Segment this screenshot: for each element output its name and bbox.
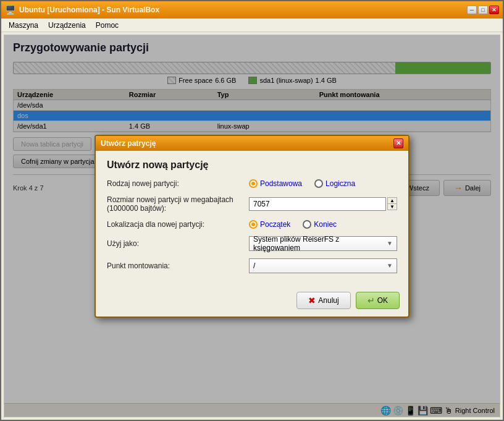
radio-poczatek-label: Początek [260, 220, 290, 229]
radio-logiczna[interactable]: Logiczna [314, 179, 355, 188]
size-up-arrow[interactable]: ▲ [388, 198, 397, 204]
partition-type-label: Rodzaj nowej partycji: [107, 179, 249, 188]
use-as-select[interactable]: System plików ReiserFS z księgowaniem ▼ [249, 236, 397, 251]
partition-type-radio-group: Podstawowa Logiczna [249, 179, 397, 188]
use-as-row: Użyj jako: System plików ReiserFS z księ… [107, 236, 397, 251]
location-label: Lokalizacja dla nowej partycji: [107, 220, 249, 229]
radio-podstawowa-label: Podstawowa [260, 179, 302, 188]
dialog-footer: ✖ Anuluj ↵ OK [96, 287, 408, 317]
menu-urzadzenia[interactable]: Urządzenia [43, 20, 91, 31]
size-control: 7057 ▲ ▼ [249, 197, 397, 211]
use-as-label: Użyj jako: [107, 239, 249, 248]
maximize-button[interactable]: □ [478, 6, 488, 14]
menubar: Maszyna Urządzenia Pomoc [1, 19, 503, 32]
radio-poczatek[interactable]: Początek [249, 220, 290, 229]
radio-koniec-circle [303, 220, 311, 229]
size-label: Rozmiar nowej partycji w megabajtach (10… [107, 195, 249, 213]
window: 🖥️ Ubuntu [Uruchomiona] - Sun VirtualBox… [0, 0, 504, 421]
dialog-close-button[interactable]: ✕ [393, 138, 403, 148]
radio-logiczna-circle [314, 179, 323, 188]
mount-point-arrow: ▼ [387, 262, 393, 269]
ok-button[interactable]: ↵ OK [356, 292, 400, 309]
window-icon: 🖥️ [5, 5, 15, 15]
mount-point-select[interactable]: / ▼ [249, 258, 397, 273]
ok-label: OK [377, 296, 388, 305]
dialog-titlebar: Utwórz patrycję ✕ [96, 136, 408, 151]
window-title: Ubuntu [Uruchomiona] - Sun VirtualBox [19, 6, 463, 14]
menu-maszyna[interactable]: Maszyna [4, 20, 43, 31]
partition-type-row: Rodzaj nowej partycji: Podstawowa Logicz… [107, 179, 397, 188]
radio-koniec-label: Koniec [314, 220, 337, 229]
use-as-control[interactable]: System plików ReiserFS z księgowaniem ▼ [249, 236, 397, 251]
partition-type-control: Podstawowa Logiczna [249, 179, 397, 188]
cancel-button[interactable]: ✖ Anuluj [296, 292, 350, 309]
radio-podstawowa-circle [249, 179, 258, 188]
mount-point-row: Punkt montowania: / ▼ [107, 258, 397, 273]
window-controls: ─ □ ✕ [467, 6, 499, 14]
dialog-body: Utwórz nową partycję Rodzaj nowej partyc… [96, 151, 408, 287]
mount-point-value: / [253, 262, 255, 270]
cancel-label: Anuluj [318, 296, 338, 305]
mount-point-control[interactable]: / ▼ [249, 258, 397, 273]
radio-podstawowa[interactable]: Podstawowa [249, 179, 302, 188]
menu-pomoc[interactable]: Pomoc [91, 20, 124, 31]
size-down-arrow[interactable]: ▼ [388, 204, 397, 210]
use-as-value: System plików ReiserFS z księgowaniem [253, 235, 387, 252]
dialog: Utwórz patrycję ✕ Utwórz nową partycję R… [94, 135, 410, 318]
size-input[interactable]: 7057 [249, 197, 386, 211]
size-row: Rozmiar nowej partycji w megabajtach (10… [107, 195, 397, 213]
radio-koniec[interactable]: Koniec [303, 220, 337, 229]
close-button[interactable]: ✕ [489, 6, 499, 14]
dialog-title: Utwórz patrycję [101, 139, 156, 148]
mount-point-label: Punkt montowania: [107, 262, 249, 270]
main-content: Przygotowywanie partycji Free space 6.6 … [4, 35, 500, 417]
window-titlebar: 🖥️ Ubuntu [Uruchomiona] - Sun VirtualBox… [1, 1, 503, 19]
radio-logiczna-label: Logiczna [326, 179, 355, 188]
location-control: Początek Koniec [249, 220, 397, 229]
location-radio-group: Początek Koniec [249, 220, 397, 229]
ok-icon: ↵ [368, 296, 375, 305]
cancel-icon: ✖ [308, 296, 316, 305]
modal-overlay: Utwórz patrycję ✕ Utwórz nową partycję R… [4, 35, 500, 417]
location-row: Lokalizacja dla nowej partycji: Początek… [107, 220, 397, 229]
dialog-header: Utwórz nową partycję [107, 159, 397, 171]
use-as-arrow: ▼ [387, 240, 393, 247]
minimize-button[interactable]: ─ [467, 6, 477, 14]
radio-poczatek-circle [249, 220, 258, 229]
